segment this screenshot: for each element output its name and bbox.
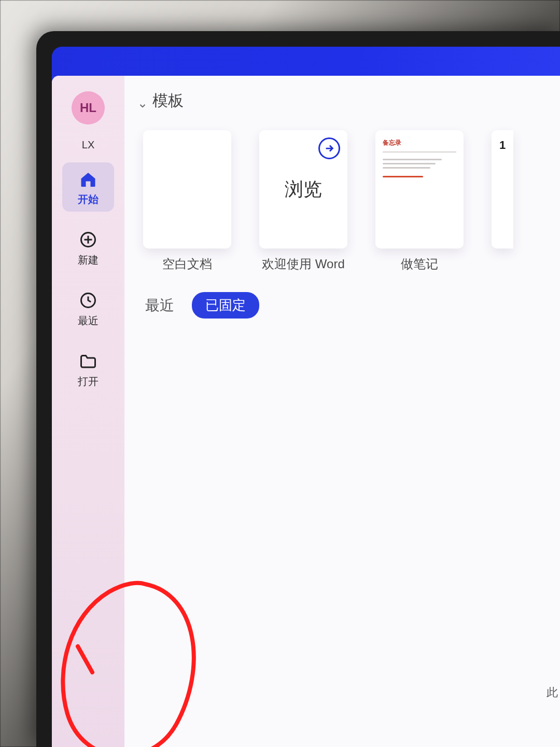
template-caption: 欢迎使用 Word (262, 256, 345, 272)
templates-header[interactable]: 模板 (138, 90, 560, 112)
sidebar-item-label: 打开 (78, 375, 99, 389)
template-welcome[interactable]: 浏览 欢迎使用 Word (259, 130, 347, 272)
template-blank[interactable]: 空白文档 (143, 130, 231, 272)
sidebar-item-label: 新建 (78, 253, 99, 267)
template-notes[interactable]: 备忘录 做笔记 (375, 130, 464, 272)
template-caption: 做笔记 (401, 256, 438, 272)
folder-icon (78, 351, 99, 371)
template-blank-thumb (143, 130, 231, 248)
sidebar-item-recent[interactable]: 最近 (62, 284, 114, 333)
templates-header-label: 模板 (152, 90, 184, 112)
sidebar-item-new[interactable]: 新建 (62, 223, 114, 272)
tab-pinned[interactable]: 已固定 (192, 292, 259, 319)
template-welcome-thumb-label: 浏览 (285, 177, 322, 202)
template-partial-thumb-label: 1 (499, 139, 506, 152)
template-partial-thumb: 1 (492, 130, 513, 248)
avatar-initials: HL (80, 101, 96, 115)
sidebar-item-label: 最近 (78, 314, 99, 328)
sidebar-item-home[interactable]: 开始 (62, 162, 114, 212)
word-start-window: HL LX 开始 新建 (52, 76, 560, 747)
sidebar: HL LX 开始 新建 (52, 76, 124, 747)
notes-thumb-heading: 备忘录 (383, 139, 456, 147)
arrow-circle-icon (318, 137, 340, 159)
recent-documents-area: 此 (138, 329, 560, 747)
laptop-bezel: HL LX 开始 新建 (36, 31, 560, 747)
main-panel: 模板 空白文档 浏览 欢迎使用 Word (124, 76, 560, 747)
clock-icon (78, 290, 99, 311)
template-welcome-thumb: 浏览 (259, 130, 347, 248)
template-notes-thumb: 备忘录 (375, 130, 464, 248)
screen: HL LX 开始 新建 (52, 47, 560, 747)
home-icon (78, 169, 99, 189)
titlebar-area (52, 47, 560, 76)
recent-tabs: 最近 已固定 (138, 292, 560, 319)
recent-hint-partial: 此 (547, 685, 558, 700)
template-caption: 空白文档 (162, 256, 212, 272)
template-row: 空白文档 浏览 欢迎使用 Word 备忘录 (138, 130, 560, 272)
tab-recent[interactable]: 最近 (143, 293, 176, 319)
avatar-name: LX (82, 139, 94, 151)
sidebar-item-open[interactable]: 打开 (62, 344, 114, 394)
plus-circle-icon (78, 229, 99, 250)
chevron-down-icon (138, 96, 147, 106)
template-partial[interactable]: 1 (492, 130, 513, 272)
avatar[interactable]: HL (72, 91, 105, 125)
sidebar-item-label: 开始 (78, 192, 99, 206)
